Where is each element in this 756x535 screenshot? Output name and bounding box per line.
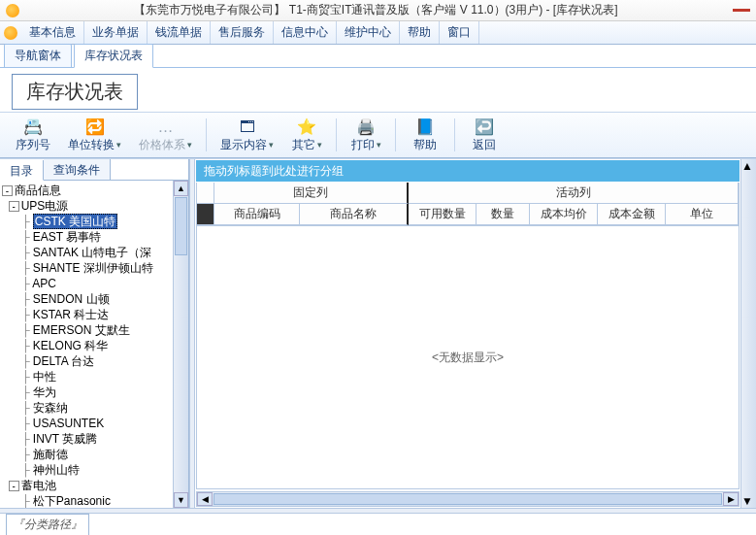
back-icon: ↩️ — [475, 117, 494, 137]
display-icon: 🗔 — [238, 117, 257, 137]
tree-node[interactable]: ├ EMERSON 艾默生 — [2, 322, 173, 338]
right-panel: 拖动列标题到此处进行分组 固定列 活动列 商品编码 商品名称 可用数量 数量 成… — [195, 159, 756, 508]
page-title: 库存状况表 — [12, 74, 138, 110]
toolbar-unit-convert[interactable]: 🔁 单位转换▾ — [60, 116, 129, 155]
status-bar: 『分类路径』 — [0, 514, 756, 535]
tree-node[interactable]: ├ 施耐德 — [2, 447, 173, 462]
menu-info-center[interactable]: 信息中心 — [274, 21, 337, 44]
category-path-box: 『分类路径』 — [6, 514, 89, 536]
col-group-active[interactable]: 活动列 — [409, 183, 739, 204]
left-tab-catalog[interactable]: 目录 — [0, 160, 44, 181]
toolbar-separator — [336, 118, 337, 151]
toolbar: 📇 序列号 🔁 单位转换▾ … 价格体系▾ 🗔 显示内容▾ ⭐ 其它▾ 🖨️ 打… — [0, 112, 756, 158]
col-group-fixed[interactable]: 固定列 — [214, 183, 409, 204]
tree-node[interactable]: ├ 松下Panasonic — [2, 493, 173, 508]
tree-node[interactable]: ├ SHANTE 深圳伊顿山特 — [2, 260, 173, 276]
left-panel: 目录 查询条件 -商品信息 -UPS电源 ├ CSTK 美国山特 ├ EAST … — [0, 159, 189, 508]
toolbar-col-number-label: 序列号 — [16, 137, 50, 153]
tab-stock-status[interactable]: 库存状况表 — [74, 44, 153, 68]
toolbar-separator — [395, 118, 396, 151]
dropdown-arrow-icon: ▾ — [317, 140, 322, 150]
menu-maint-center[interactable]: 维护中心 — [337, 21, 400, 44]
group-band[interactable]: 拖动列标题到此处进行分组 — [196, 160, 740, 182]
print-icon: 🖨️ — [356, 117, 376, 137]
grid-vertical-scrollbar[interactable]: ▲ ▼ — [740, 159, 756, 508]
toolbar-print-label: 打印 — [351, 137, 375, 153]
price-icon: … — [156, 117, 176, 137]
col-unit[interactable]: 单位 — [666, 204, 739, 225]
scroll-track[interactable] — [174, 256, 188, 492]
scroll-left-icon[interactable]: ◀ — [197, 492, 213, 506]
tree-node[interactable]: -UPS电源 — [2, 198, 173, 214]
left-tab-query[interactable]: 查询条件 — [44, 159, 111, 180]
tree-node[interactable]: -商品信息 — [2, 183, 173, 198]
row-selector-cell[interactable] — [197, 204, 214, 225]
scroll-thumb[interactable] — [175, 197, 187, 255]
grid-horizontal-scrollbar[interactable]: ◀ ▶ — [196, 491, 740, 507]
tree-node[interactable]: -蓄电池 — [2, 478, 173, 493]
grid-icon: 📇 — [23, 117, 43, 137]
tab-nav-window[interactable]: 导航窗体 — [4, 44, 72, 67]
other-icon: ⭐ — [297, 117, 316, 137]
category-tree[interactable]: -商品信息 -UPS电源 ├ CSTK 美国山特 ├ EAST 易事特 ├ SA… — [0, 181, 173, 508]
toolbar-display-content[interactable]: 🗔 显示内容▾ — [213, 116, 281, 155]
toolbar-separator — [206, 118, 207, 151]
menu-help[interactable]: 帮助 — [400, 21, 440, 44]
tree-node[interactable]: ├ KSTAR 科士达 — [2, 307, 173, 322]
menu-window[interactable]: 窗口 — [440, 21, 479, 44]
tree-node[interactable]: ├ SANTAK 山特电子（深 — [2, 245, 173, 260]
toolbar-help-label: 帮助 — [413, 137, 437, 153]
menu-money-flow[interactable]: 钱流单据 — [148, 21, 211, 44]
tree-node[interactable]: ├ SENDON 山顿 — [2, 291, 173, 307]
tree-node[interactable]: ├ 华为 — [2, 385, 173, 400]
tree-node[interactable]: ├ EAST 易事特 — [2, 229, 173, 245]
col-product-code[interactable]: 商品编码 — [214, 204, 300, 225]
toolbar-separator — [454, 118, 455, 151]
minimize-button[interactable] — [733, 9, 750, 12]
toolbar-price-system[interactable]: … 价格体系▾ — [131, 116, 200, 155]
left-tabs: 目录 查询条件 — [0, 159, 188, 181]
menu-app-icon[interactable] — [0, 21, 21, 44]
col-product-name[interactable]: 商品名称 — [300, 204, 409, 225]
tree-node[interactable]: ├ CSTK 美国山特 — [2, 214, 173, 229]
toolbar-col-number[interactable]: 📇 序列号 — [8, 116, 58, 155]
scroll-track[interactable] — [741, 173, 756, 494]
dropdown-arrow-icon: ▾ — [377, 140, 381, 150]
toolbar-print[interactable]: 🖨️ 打印▾ — [343, 116, 389, 155]
menu-basic-info[interactable]: 基本信息 — [21, 21, 84, 44]
tree-node[interactable]: ├ DELTA 台达 — [2, 353, 173, 369]
tree-node[interactable]: ├ USASUNTEK — [2, 416, 173, 431]
tree-node[interactable]: ├ INVT 英威腾 — [2, 431, 173, 447]
grid-body[interactable]: <无数据显示> — [196, 226, 740, 489]
menu-business-doc[interactable]: 业务单据 — [84, 21, 148, 44]
scroll-right-icon[interactable]: ▶ — [723, 492, 739, 506]
toolbar-back[interactable]: ↩️ 返回 — [461, 116, 508, 155]
dropdown-arrow-icon: ▾ — [187, 140, 192, 150]
document-tabs: 导航窗体 库存状况表 — [0, 45, 756, 68]
scroll-down-icon[interactable]: ▼ — [174, 492, 188, 508]
menubar: 基本信息 业务单据 钱流单据 售后服务 信息中心 维护中心 帮助 窗口 — [0, 21, 756, 45]
titlebar: 【东莞市万悦电子有限公司】 T1-商贸宝IT通讯普及版（客户端 V 11.0）(… — [0, 0, 756, 21]
scroll-up-icon[interactable]: ▲ — [174, 181, 188, 196]
scroll-up-icon[interactable]: ▲ — [741, 159, 756, 173]
page-title-row: 库存状况表 — [0, 68, 756, 112]
col-cost-amount[interactable]: 成本金额 — [598, 204, 666, 225]
grid-empty-text: <无数据显示> — [432, 350, 504, 366]
scroll-down-icon[interactable]: ▼ — [741, 494, 756, 508]
grid-header: 固定列 活动列 商品编码 商品名称 可用数量 数量 成本均价 成本金额 单位 — [196, 183, 740, 226]
row-selector-header[interactable] — [197, 183, 214, 204]
col-cost-avg[interactable]: 成本均价 — [530, 204, 598, 225]
col-available-qty[interactable]: 可用数量 — [409, 204, 477, 225]
col-qty[interactable]: 数量 — [477, 204, 530, 225]
tree-node[interactable]: ├ 神州山特 — [2, 462, 173, 478]
toolbar-help[interactable]: 📘 帮助 — [402, 116, 448, 155]
scroll-thumb[interactable] — [214, 493, 722, 505]
toolbar-display-content-label: 显示内容 — [220, 137, 267, 153]
menu-after-sales[interactable]: 售后服务 — [211, 21, 274, 44]
tree-node[interactable]: ├ KELONG 科华 — [2, 338, 173, 353]
tree-node[interactable]: ├ 中性 — [2, 369, 173, 385]
tree-node[interactable]: ├ 安森纳 — [2, 400, 173, 416]
toolbar-other[interactable]: ⭐ 其它▾ — [283, 116, 330, 155]
tree-scrollbar[interactable]: ▲ ▼ — [173, 181, 188, 508]
tree-node[interactable]: ├ APC — [2, 276, 173, 291]
